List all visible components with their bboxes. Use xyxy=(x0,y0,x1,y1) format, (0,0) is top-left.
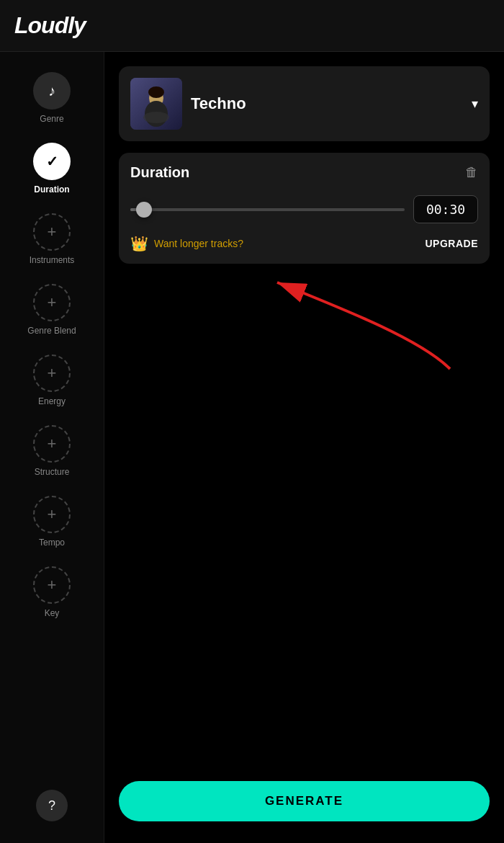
genre-circle: ♪ xyxy=(33,72,71,110)
sidebar-item-structure[interactable]: + Structure xyxy=(0,419,104,483)
crown-icon: 👑 xyxy=(130,235,148,252)
svg-point-5 xyxy=(143,112,169,123)
slider-thumb[interactable] xyxy=(136,202,152,218)
tempo-circle: + xyxy=(33,496,71,533)
sidebar-label-structure: Structure xyxy=(35,467,70,477)
sidebar-label-tempo: Tempo xyxy=(39,538,65,548)
arrow-svg xyxy=(220,268,464,383)
sidebar-label-genre: Genre xyxy=(40,114,63,124)
help-button[interactable]: ? xyxy=(36,790,68,821)
plus-icon-instruments: + xyxy=(48,224,57,240)
sidebar-label-duration: Duration xyxy=(34,184,69,195)
instruments-circle: + xyxy=(33,213,71,251)
duration-slider[interactable] xyxy=(130,202,405,217)
dj-figure-svg xyxy=(130,78,182,130)
check-icon: ✓ xyxy=(46,153,58,170)
plus-icon-energy: + xyxy=(48,365,57,381)
sidebar: ♪ Genre ✓ Duration + Instruments + Genre… xyxy=(0,52,104,843)
generate-button[interactable]: GENERATE xyxy=(119,781,490,821)
header: Loudly xyxy=(0,0,504,52)
sidebar-item-tempo[interactable]: + Tempo xyxy=(0,490,104,553)
app-logo: Loudly xyxy=(14,12,86,39)
plus-icon-structure: + xyxy=(48,436,57,452)
duration-card: Duration 🗑 00:30 👑 Want longer tracks? U… xyxy=(119,153,490,264)
sidebar-item-genre[interactable]: ♪ Genre xyxy=(0,66,104,130)
sidebar-label-genre-blend: Genre Blend xyxy=(27,326,76,336)
sidebar-label-key: Key xyxy=(45,608,60,618)
duration-card-header: Duration 🗑 xyxy=(130,164,478,181)
genre-card[interactable]: Techno xyxy=(119,66,490,141)
slider-row: 00:30 xyxy=(130,195,478,223)
structure-circle: + xyxy=(33,425,71,463)
key-circle: + xyxy=(33,566,71,604)
genre-blend-circle: + xyxy=(33,284,71,321)
genre-thumbnail: Techno xyxy=(130,78,182,130)
genre-dropdown-chevron: ▾ xyxy=(472,96,478,112)
plus-icon-genre-blend: + xyxy=(48,295,57,311)
sidebar-item-duration[interactable]: ✓ Duration xyxy=(0,137,104,200)
upgrade-row: 👑 Want longer tracks? UPGRADE xyxy=(130,235,478,252)
sidebar-item-genre-blend[interactable]: + Genre Blend xyxy=(0,278,104,342)
sidebar-label-energy: Energy xyxy=(38,396,66,406)
plus-icon-key: + xyxy=(48,577,57,593)
sidebar-item-key[interactable]: + Key xyxy=(0,561,104,624)
time-display: 00:30 xyxy=(413,195,478,223)
sidebar-item-instruments[interactable]: + Instruments xyxy=(0,208,104,271)
content-area: Techno xyxy=(104,52,504,843)
energy-circle: + xyxy=(33,354,71,392)
plus-icon-tempo: + xyxy=(48,507,57,522)
sidebar-label-instruments: Instruments xyxy=(30,255,75,265)
trash-icon[interactable]: 🗑 xyxy=(465,165,478,180)
sidebar-item-energy[interactable]: + Energy xyxy=(0,349,104,412)
genre-name: Techno xyxy=(191,94,463,113)
upgrade-button[interactable]: UPGRADE xyxy=(425,238,478,249)
slider-track xyxy=(130,208,405,211)
want-longer-text: Want longer tracks? xyxy=(154,238,243,249)
arrow-annotation xyxy=(220,268,464,386)
svg-point-3 xyxy=(148,86,164,98)
music-note-icon: ♪ xyxy=(48,83,55,99)
duration-title: Duration xyxy=(130,164,189,181)
help-icon: ? xyxy=(48,798,55,813)
genre-thumbnail-inner: Techno xyxy=(130,78,182,130)
main-layout: ♪ Genre ✓ Duration + Instruments + Genre… xyxy=(0,52,504,843)
duration-circle: ✓ xyxy=(33,143,71,180)
